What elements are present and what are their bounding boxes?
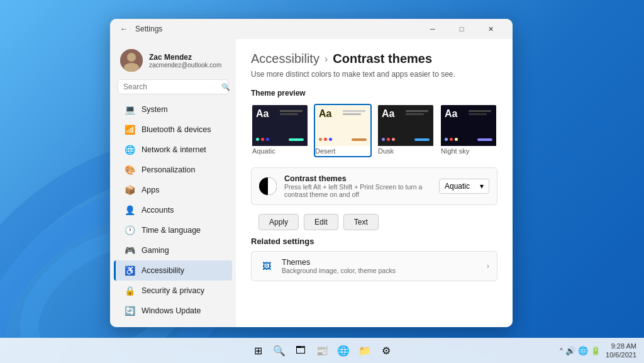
theme-dot [319,138,322,141]
related-title-themes: Themes [282,258,479,267]
sidebar-item-security[interactable]: 🔒 Security & privacy [114,281,232,301]
maximize-button[interactable]: □ [447,19,476,39]
theme-preview-dusk: Aa [378,105,433,146]
theme-preview-desert: Aa [315,105,370,146]
sidebar-item-label: Apps [142,186,160,194]
security-icon: 🔒 [124,285,135,296]
theme-dot [261,138,264,141]
taskbar-taskview-icon[interactable]: 🗔 [292,342,309,359]
sidebar-item-personalization[interactable]: 🎨 Personalization [114,160,232,180]
theme-line [280,113,298,115]
sidebar-item-bluetooth[interactable]: 📶 Bluetooth & devices [114,120,232,140]
theme-card-aquatic[interactable]: Aa Aquatic [251,104,309,157]
theme-dot [445,138,448,141]
update-icon: 🔄 [124,305,135,316]
settings-window: ← Settings ─ □ ✕ Zac Mendez [110,19,513,327]
theme-name-desert: Desert [315,146,370,156]
search-icon: 🔍 [221,83,230,91]
sidebar-item-label: Network & internet [142,145,206,154]
taskbar-battery-icon[interactable]: 🔋 [591,346,601,355]
theme-dot [266,138,269,141]
contrast-dropdown[interactable]: Aquatic ▾ [439,179,489,194]
sidebar-item-label: Bluetooth & devices [142,125,211,134]
related-item-themes[interactable]: 🖼 Themes Background image, color, theme … [251,251,497,281]
accounts-icon: 👤 [124,204,135,216]
theme-line [343,113,361,115]
taskbar-date-display: 10/6/2021 [606,350,636,359]
search-box[interactable]: 🔍 [118,79,228,94]
taskbar-explorer-icon[interactable]: 📁 [356,342,374,359]
taskbar-chevron-icon[interactable]: ^ [560,347,563,354]
taskbar-time-display: 9:28 AM [606,342,636,350]
theme-line [469,113,487,115]
theme-card-nightsky[interactable]: Aa Night sky [440,104,497,157]
bluetooth-icon: 📶 [124,124,135,135]
sidebar-item-system[interactable]: 💻 System [114,99,232,120]
sidebar-item-network[interactable]: 🌐 Network & internet [114,140,232,160]
back-button[interactable]: ← [118,23,130,35]
taskbar-datetime[interactable]: 9:28 AM 10/6/2021 [606,342,636,360]
sidebar-item-label: Accessibility [142,266,184,275]
user-email: zacmendez@outlook.com [149,62,221,69]
taskbar-right: ^ 🔊 🌐 🔋 9:28 AM 10/6/2021 [560,342,636,360]
sidebar-item-label: Security & privacy [142,286,204,295]
theme-dot [392,138,395,141]
theme-preview-label: Theme preview [251,89,497,98]
sidebar-item-accounts[interactable]: 👤 Accounts [114,200,232,220]
related-subtitle-themes: Background image, color, theme packs [282,267,479,274]
content-area: Zac Mendez zacmendez@outlook.com 🔍 💻 Sys… [110,39,513,327]
sidebar-item-update[interactable]: 🔄 Windows Update [114,301,232,321]
sidebar-item-accessibility[interactable]: ♿ Accessibility [114,260,232,281]
avatar[interactable] [120,49,143,72]
text-button[interactable]: Text [343,214,379,230]
user-section: Zac Mendez zacmendez@outlook.com [110,44,236,79]
theme-dots-nightsky [445,138,458,141]
theme-bar-aquatic [289,138,304,141]
contrast-icon [259,177,277,195]
svg-point-4 [127,53,136,62]
breadcrumb: Accessibility › Contrast themes [251,52,497,66]
theme-preview-nightsky: Aa [441,105,496,146]
system-icon: 💻 [124,104,135,115]
user-name: Zac Mendez [149,53,221,62]
theme-dot [324,138,327,141]
apply-button[interactable]: Apply [258,214,299,230]
related-arrow-icon: › [487,262,489,271]
theme-dots-dusk [382,138,395,141]
themes-icon: 🖼 [259,259,274,274]
theme-name-dusk: Dusk [378,146,433,156]
action-buttons: Apply Edit Text [251,210,497,237]
sidebar-item-time[interactable]: 🕐 Time & language [114,220,232,240]
sidebar-item-label: Personalization [142,165,195,174]
dropdown-arrow-icon: ▾ [480,182,484,191]
contrast-dropdown-value: Aquatic [445,182,470,191]
sidebar: Zac Mendez zacmendez@outlook.com 🔍 💻 Sys… [110,39,236,327]
contrast-themes-row: Contrast themes Press left Alt + left Sh… [251,167,497,205]
sidebar-item-label: Accounts [142,206,174,215]
taskbar-start-icon[interactable]: ⊞ [249,342,267,359]
breadcrumb-parent[interactable]: Accessibility [251,52,319,66]
search-input[interactable] [123,82,218,91]
theme-lines-nightsky [469,110,491,115]
sidebar-item-gaming[interactable]: 🎮 Gaming [114,240,232,260]
taskbar-center: ⊞ 🔍 🗔 📰 🌐 📁 ⚙ [249,342,395,359]
taskbar-edge-icon[interactable]: 🌐 [335,342,352,359]
user-info: Zac Mendez zacmendez@outlook.com [149,53,221,69]
taskbar-settings-icon[interactable]: ⚙ [377,342,395,359]
sidebar-item-apps[interactable]: 📦 Apps [114,180,232,200]
theme-name-aquatic: Aquatic [252,146,308,156]
network-icon: 🌐 [124,144,135,155]
taskbar-network-icon[interactable]: 🌐 [578,346,588,355]
taskbar-volume-icon[interactable]: 🔊 [565,346,575,355]
minimize-button[interactable]: ─ [418,19,447,39]
contrast-icon-half [259,177,277,195]
edit-button[interactable]: Edit [304,214,338,230]
theme-line [343,110,365,112]
theme-card-desert[interactable]: Aa Desert [314,104,372,157]
theme-card-dusk[interactable]: Aa Dusk [377,104,435,157]
title-bar: ← Settings ─ □ ✕ [110,19,513,39]
taskbar-widgets-icon[interactable]: 📰 [313,342,331,359]
theme-dot [455,138,458,141]
taskbar-search-icon[interactable]: 🔍 [270,342,288,359]
close-button[interactable]: ✕ [476,19,505,39]
